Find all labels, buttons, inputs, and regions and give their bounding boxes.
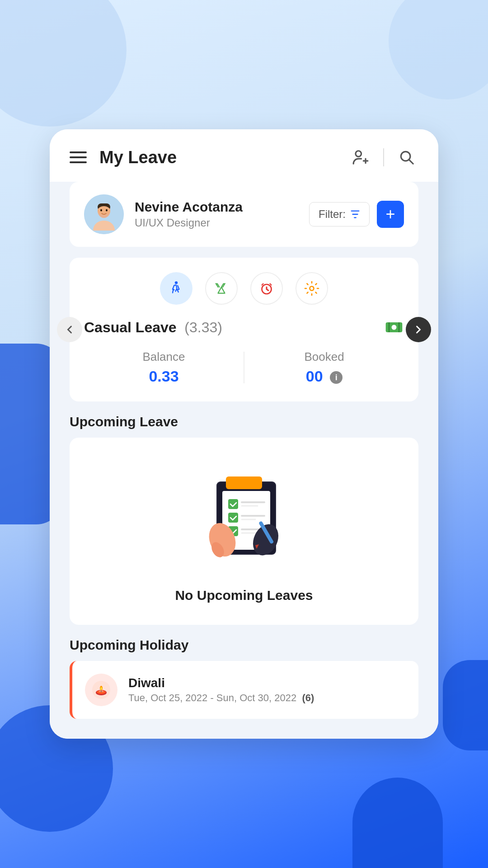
holiday-count: (6) [302,692,314,703]
svg-point-11 [106,209,108,212]
svg-point-18 [392,325,397,330]
holiday-icon [85,674,117,706]
filter-button[interactable]: Filter: [309,202,370,226]
svg-point-16 [310,287,314,291]
prev-leave-arrow[interactable] [57,317,82,342]
nav-divider [383,148,384,166]
upcoming-leave-card: No Upcoming Leaves [70,438,418,625]
svg-point-0 [356,151,361,157]
leave-stats: Balance 0.33 Booked 00 i [84,350,404,385]
filter-label: Filter: [319,208,346,221]
user-role: UI/UX Designer [135,217,309,229]
next-leave-arrow[interactable] [406,317,431,342]
svg-rect-41 [101,690,102,692]
booked-value: 00 i [244,368,404,385]
user-name: Nevine Acotanza [135,199,309,215]
add-button[interactable]: + [377,201,404,228]
svg-line-15 [267,289,268,291]
content-area: Nevine Acotanza UI/UX Designer Filter: + [50,182,438,739]
leave-header: Casual Leave (3.33) [84,317,404,337]
holiday-date: Tue, Oct 25, 2022 - Sun, Oct 30, 2022 (6… [128,692,314,704]
page-title: My Leave [99,148,349,167]
bg-decoration-tl [0,0,127,127]
svg-rect-25 [228,513,238,523]
svg-point-40 [101,687,102,690]
top-nav: My Leave [50,129,438,182]
svg-line-4 [409,160,413,164]
balance-label: Balance [84,350,244,364]
bg-decoration-mid-right [443,660,488,750]
alarm-icon[interactable] [250,272,283,305]
search-icon[interactable] [395,146,418,169]
nav-icons [349,146,418,169]
walker-icon[interactable] [160,272,192,305]
recycle-icon[interactable] [205,272,238,305]
filter-area: Filter: + [309,201,404,228]
holiday-card: Diwali Tue, Oct 25, 2022 - Sun, Oct 30, … [70,661,418,719]
profile-row: Nevine Acotanza UI/UX Designer Filter: + [70,182,418,247]
upcoming-leave-title: Upcoming Leave [70,414,418,429]
svg-point-9 [98,206,110,215]
leave-card: Casual Leave (3.33) Balance 0.33 [70,258,418,401]
bg-decoration-tr [389,0,488,99]
no-leave-text: No Upcoming Leaves [175,588,313,603]
booked-label: Booked [244,350,404,364]
upcoming-holiday-title: Upcoming Holiday [70,637,418,653]
svg-point-12 [175,281,178,284]
info-icon[interactable]: i [330,371,343,384]
avatar [84,194,124,234]
booked-block: Booked 00 i [244,350,404,385]
user-info: Nevine Acotanza UI/UX Designer [135,199,309,229]
holiday-name: Diwali [128,676,314,690]
no-leave-illustration [185,459,303,577]
hamburger-icon[interactable] [70,151,87,163]
main-card: My Leave [50,129,438,739]
balance-value: 0.33 [84,368,244,385]
leave-type-icons [84,272,404,305]
gear-icon[interactable] [296,272,328,305]
svg-point-10 [100,209,102,212]
balance-block: Balance 0.33 [84,350,244,385]
svg-rect-20 [226,476,262,489]
bg-decoration-br [352,778,443,868]
svg-rect-22 [228,499,238,509]
add-user-icon[interactable] [349,146,372,169]
leave-type-title: Casual Leave (3.33) [84,319,222,336]
holiday-info: Diwali Tue, Oct 25, 2022 - Sun, Oct 30, … [128,676,314,704]
